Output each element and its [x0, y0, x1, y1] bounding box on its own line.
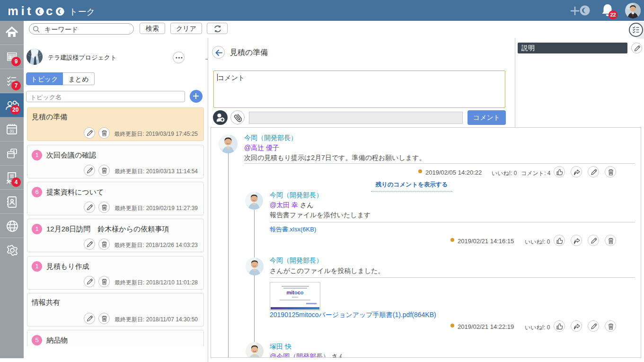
- svg-text:m: m: [9, 4, 18, 17]
- svg-text:c: c: [46, 4, 53, 17]
- svg-text:i: i: [21, 4, 25, 17]
- svg-text:t: t: [27, 4, 31, 17]
